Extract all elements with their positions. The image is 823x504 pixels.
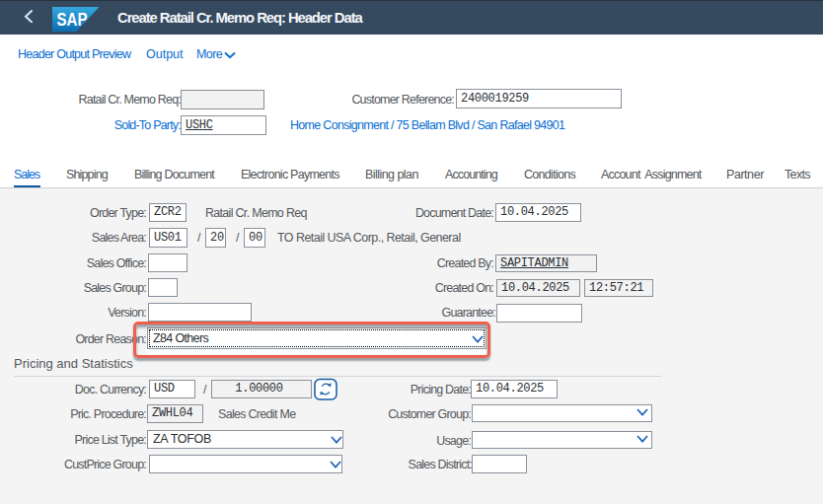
svg-text:SAP: SAP [57, 9, 88, 29]
